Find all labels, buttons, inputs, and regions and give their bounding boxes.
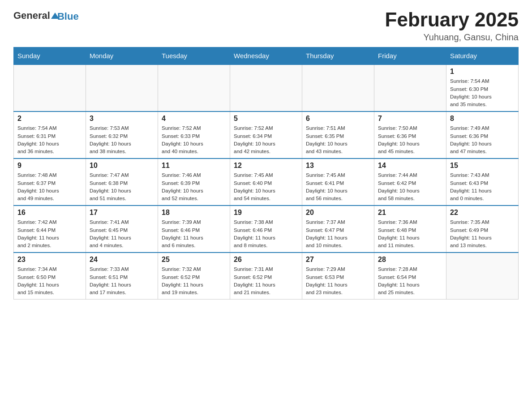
calendar-cell: 9Sunrise: 7:48 AM Sunset: 6:37 PM Daylig… [14,158,86,206]
calendar-header-friday: Friday [374,47,446,65]
day-info: Sunrise: 7:37 AM Sunset: 6:47 PM Dayligh… [306,218,370,249]
calendar-cell: 3Sunrise: 7:53 AM Sunset: 6:32 PM Daylig… [86,111,158,158]
day-number: 13 [306,162,370,170]
calendar-cell: 15Sunrise: 7:43 AM Sunset: 6:43 PM Dayli… [446,158,519,206]
calendar-cell: 8Sunrise: 7:49 AM Sunset: 6:36 PM Daylig… [446,111,519,158]
day-info: Sunrise: 7:39 AM Sunset: 6:46 PM Dayligh… [162,218,226,249]
day-info: Sunrise: 7:54 AM Sunset: 6:30 PM Dayligh… [450,77,515,108]
day-number: 11 [162,162,226,170]
month-title: February 2025 [385,9,519,30]
calendar-cell: 19Sunrise: 7:38 AM Sunset: 6:46 PM Dayli… [230,206,302,253]
day-number: 18 [162,209,226,217]
day-info: Sunrise: 7:52 AM Sunset: 6:34 PM Dayligh… [234,124,298,155]
calendar-cell: 12Sunrise: 7:45 AM Sunset: 6:40 PM Dayli… [230,158,302,206]
calendar-cell: 24Sunrise: 7:33 AM Sunset: 6:51 PM Dayli… [86,253,158,300]
day-number: 23 [17,256,82,264]
day-info: Sunrise: 7:28 AM Sunset: 6:54 PM Dayligh… [378,265,442,296]
day-info: Sunrise: 7:41 AM Sunset: 6:45 PM Dayligh… [90,218,154,249]
calendar-cell: 26Sunrise: 7:31 AM Sunset: 6:52 PM Dayli… [230,253,302,300]
day-number: 22 [450,209,515,217]
day-number: 1 [450,68,515,76]
day-number: 21 [378,209,442,217]
day-number: 5 [234,115,298,123]
calendar-cell: 20Sunrise: 7:37 AM Sunset: 6:47 PM Dayli… [302,206,374,253]
calendar-cell [230,64,302,111]
calendar-cell: 5Sunrise: 7:52 AM Sunset: 6:34 PM Daylig… [230,111,302,158]
day-info: Sunrise: 7:31 AM Sunset: 6:52 PM Dayligh… [234,265,298,296]
day-number: 14 [378,162,442,170]
calendar-cell: 17Sunrise: 7:41 AM Sunset: 6:45 PM Dayli… [86,206,158,253]
calendar-cell: 4Sunrise: 7:52 AM Sunset: 6:33 PM Daylig… [158,111,230,158]
calendar-cell [158,64,230,111]
day-info: Sunrise: 7:48 AM Sunset: 6:37 PM Dayligh… [17,171,82,202]
calendar-header-wednesday: Wednesday [230,47,302,65]
logo: General Blue [13,9,79,22]
day-info: Sunrise: 7:29 AM Sunset: 6:53 PM Dayligh… [306,265,370,296]
day-number: 15 [450,162,515,170]
day-number: 16 [17,209,82,217]
day-number: 4 [162,115,226,123]
calendar-cell: 2Sunrise: 7:54 AM Sunset: 6:31 PM Daylig… [14,111,86,158]
day-number: 25 [162,256,226,264]
calendar-cell [14,64,86,111]
calendar-header-monday: Monday [86,47,158,65]
day-number: 26 [234,256,298,264]
day-number: 28 [378,256,442,264]
day-info: Sunrise: 7:45 AM Sunset: 6:41 PM Dayligh… [306,171,370,202]
day-info: Sunrise: 7:35 AM Sunset: 6:49 PM Dayligh… [450,218,515,249]
page-header: General Blue February 2025 Yuhuang, Gans… [13,9,519,43]
calendar-cell: 14Sunrise: 7:44 AM Sunset: 6:42 PM Dayli… [374,158,446,206]
calendar-cell [86,64,158,111]
calendar-week-row: 23Sunrise: 7:34 AM Sunset: 6:50 PM Dayli… [14,253,519,300]
calendar-cell [446,253,519,300]
calendar-cell: 13Sunrise: 7:45 AM Sunset: 6:41 PM Dayli… [302,158,374,206]
calendar-cell: 10Sunrise: 7:47 AM Sunset: 6:38 PM Dayli… [86,158,158,206]
day-info: Sunrise: 7:45 AM Sunset: 6:40 PM Dayligh… [234,171,298,202]
day-number: 6 [306,115,370,123]
calendar-header-tuesday: Tuesday [158,47,230,65]
calendar-cell: 16Sunrise: 7:42 AM Sunset: 6:44 PM Dayli… [14,206,86,253]
calendar-cell [374,64,446,111]
logo-general: General [13,10,50,21]
day-info: Sunrise: 7:52 AM Sunset: 6:33 PM Dayligh… [162,124,226,155]
day-info: Sunrise: 7:51 AM Sunset: 6:35 PM Dayligh… [306,124,370,155]
location: Yuhuang, Gansu, China [385,32,519,43]
calendar-table: SundayMondayTuesdayWednesdayThursdayFrid… [13,47,519,300]
day-info: Sunrise: 7:42 AM Sunset: 6:44 PM Dayligh… [17,218,82,249]
calendar-cell: 1Sunrise: 7:54 AM Sunset: 6:30 PM Daylig… [446,64,519,111]
day-info: Sunrise: 7:36 AM Sunset: 6:48 PM Dayligh… [378,218,442,249]
day-number: 9 [17,162,82,170]
day-info: Sunrise: 7:33 AM Sunset: 6:51 PM Dayligh… [90,265,154,296]
calendar-cell: 6Sunrise: 7:51 AM Sunset: 6:35 PM Daylig… [302,111,374,158]
day-number: 19 [234,209,298,217]
calendar-cell: 27Sunrise: 7:29 AM Sunset: 6:53 PM Dayli… [302,253,374,300]
day-info: Sunrise: 7:46 AM Sunset: 6:39 PM Dayligh… [162,171,226,202]
calendar-cell: 7Sunrise: 7:50 AM Sunset: 6:36 PM Daylig… [374,111,446,158]
calendar-header-saturday: Saturday [446,47,519,65]
calendar-header-sunday: Sunday [14,47,86,65]
calendar-header-row: SundayMondayTuesdayWednesdayThursdayFrid… [14,47,519,65]
day-info: Sunrise: 7:47 AM Sunset: 6:38 PM Dayligh… [90,171,154,202]
day-info: Sunrise: 7:32 AM Sunset: 6:52 PM Dayligh… [162,265,226,296]
day-number: 24 [90,256,154,264]
calendar-week-row: 2Sunrise: 7:54 AM Sunset: 6:31 PM Daylig… [14,111,519,158]
day-number: 12 [234,162,298,170]
day-number: 7 [378,115,442,123]
day-info: Sunrise: 7:43 AM Sunset: 6:43 PM Dayligh… [450,171,515,202]
calendar-week-row: 9Sunrise: 7:48 AM Sunset: 6:37 PM Daylig… [14,158,519,206]
calendar-week-row: 1Sunrise: 7:54 AM Sunset: 6:30 PM Daylig… [14,64,519,111]
day-info: Sunrise: 7:50 AM Sunset: 6:36 PM Dayligh… [378,124,442,155]
calendar-cell: 22Sunrise: 7:35 AM Sunset: 6:49 PM Dayli… [446,206,519,253]
calendar-cell: 18Sunrise: 7:39 AM Sunset: 6:46 PM Dayli… [158,206,230,253]
day-info: Sunrise: 7:38 AM Sunset: 6:46 PM Dayligh… [234,218,298,249]
day-number: 2 [17,115,82,123]
day-info: Sunrise: 7:44 AM Sunset: 6:42 PM Dayligh… [378,171,442,202]
calendar-cell [302,64,374,111]
day-info: Sunrise: 7:53 AM Sunset: 6:32 PM Dayligh… [90,124,154,155]
day-number: 10 [90,162,154,170]
day-number: 17 [90,209,154,217]
calendar-cell: 28Sunrise: 7:28 AM Sunset: 6:54 PM Dayli… [374,253,446,300]
logo-blue: Blue [57,11,79,22]
calendar-week-row: 16Sunrise: 7:42 AM Sunset: 6:44 PM Dayli… [14,206,519,253]
calendar-header-thursday: Thursday [302,47,374,65]
